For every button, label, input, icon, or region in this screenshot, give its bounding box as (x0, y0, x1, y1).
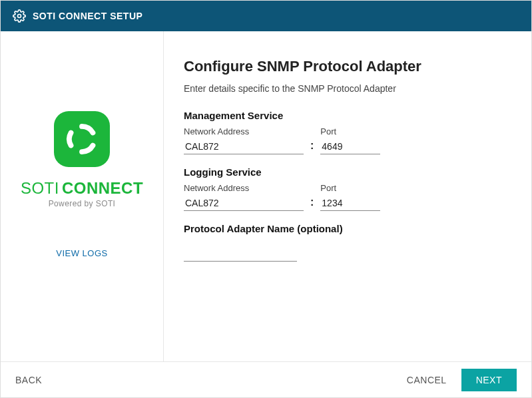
management-port-input[interactable] (320, 139, 380, 154)
colon-separator: : (310, 140, 314, 154)
view-logs-link[interactable]: VIEW LOGS (56, 248, 107, 258)
main-panel: Configure SNMP Protocol Adapter Enter de… (164, 31, 531, 361)
management-address-field: Network Address (184, 126, 304, 154)
setup-window: SOTI CONNECT SETUP SOTI CONNECT Powered … (0, 0, 532, 398)
logging-service-row: Network Address : Port (184, 183, 505, 211)
header-title: SOTI CONNECT SETUP (33, 11, 142, 21)
colon-separator: : (310, 196, 314, 211)
page-subtitle: Enter details specific to the SNMP Proto… (184, 83, 505, 94)
logging-port-input[interactable] (320, 196, 380, 211)
cancel-button[interactable]: CANCEL (407, 375, 447, 385)
powered-by: Powered by SOTI (49, 199, 116, 208)
adapter-name-field (184, 240, 505, 262)
logging-port-label: Port (320, 183, 380, 193)
management-address-input[interactable] (184, 139, 304, 154)
gear-icon (13, 9, 26, 23)
sidebar: SOTI CONNECT Powered by SOTI VIEW LOGS (1, 31, 164, 361)
logging-address-field: Network Address (184, 183, 304, 211)
page-title: Configure SNMP Protocol Adapter (184, 58, 505, 75)
adapter-name-input[interactable] (184, 246, 297, 262)
brand-connect: CONNECT (62, 179, 143, 198)
management-service-row: Network Address : Port (184, 126, 505, 154)
brand-text: SOTI CONNECT Powered by SOTI (21, 179, 143, 208)
footer-bar: BACK CANCEL NEXT (1, 361, 531, 397)
back-button[interactable]: BACK (15, 375, 42, 385)
adapter-name-heading: Protocol Adapter Name (optional) (184, 223, 505, 234)
brand-soti: SOTI (21, 179, 59, 198)
svg-point-0 (18, 15, 21, 18)
logging-address-input[interactable] (184, 196, 304, 211)
management-address-label: Network Address (184, 126, 304, 136)
management-port-label: Port (320, 126, 380, 136)
logging-service-heading: Logging Service (184, 166, 505, 178)
management-port-field: Port (320, 126, 380, 154)
header-bar: SOTI CONNECT SETUP (1, 1, 531, 31)
body: SOTI CONNECT Powered by SOTI VIEW LOGS C… (1, 31, 531, 361)
brand-logo-icon (54, 111, 110, 167)
logging-port-field: Port (320, 183, 380, 211)
management-service-heading: Management Service (184, 110, 505, 121)
logging-address-label: Network Address (184, 183, 304, 193)
next-button[interactable]: NEXT (461, 369, 517, 391)
